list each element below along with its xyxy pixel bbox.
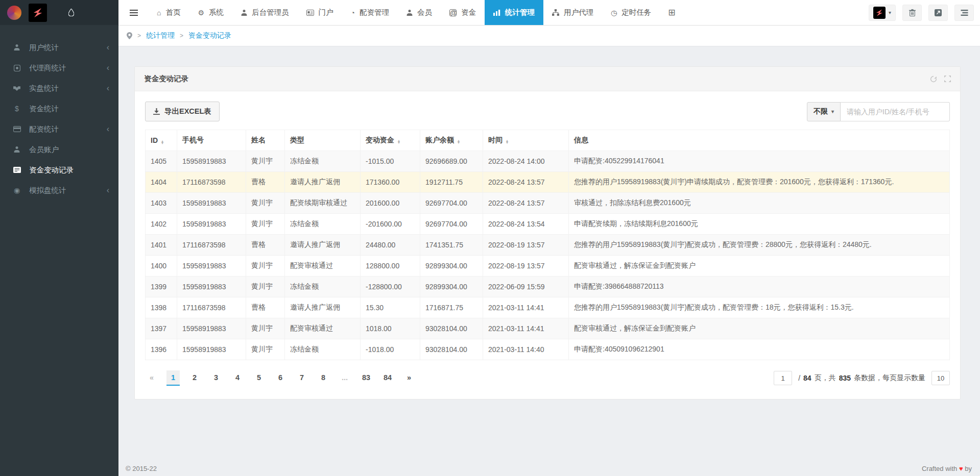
nav-item-门户[interactable]: 门户 bbox=[298, 0, 342, 25]
nav-item-后台管理员[interactable]: 后台管理员 bbox=[232, 0, 298, 25]
cell-id: 1398 bbox=[146, 297, 177, 318]
sidebar-item-模拟盘统计[interactable]: ◉模拟盘统计‹ bbox=[0, 180, 118, 201]
page-button-«: « bbox=[145, 370, 158, 386]
page-button-84[interactable]: 84 bbox=[381, 370, 394, 386]
cell-phone: 17116873598 bbox=[177, 297, 246, 318]
cell-balance: 1912711.75 bbox=[420, 172, 483, 193]
crafted-text: Crafted with bbox=[922, 465, 957, 472]
user-avatar-menu-button[interactable]: ▾ bbox=[869, 5, 896, 21]
cell-balance: 92899304.00 bbox=[420, 256, 483, 277]
sidebar-item-用户统计[interactable]: 用户统计‹ bbox=[0, 37, 118, 58]
nav-item-首页[interactable]: ⌂首页 bbox=[148, 0, 189, 25]
records-icon bbox=[11, 167, 22, 173]
nav-item-配资管理[interactable]: ◔配资管理 bbox=[342, 0, 398, 25]
brand-logo[interactable] bbox=[0, 0, 118, 25]
sidebar-item-代理商统计[interactable]: 代理商统计‹ bbox=[0, 58, 118, 78]
bar-chart-icon bbox=[493, 10, 500, 16]
page-button-1[interactable]: 1 bbox=[166, 370, 180, 386]
location-pin-icon[interactable] bbox=[127, 32, 132, 39]
members-icon bbox=[407, 10, 413, 16]
nav-item-统计管理[interactable]: 统计管理 bbox=[485, 0, 543, 25]
page-button-6[interactable]: 6 bbox=[274, 370, 287, 386]
filter-dropdown-button[interactable]: 不限 ▾ bbox=[807, 102, 841, 121]
cell-info: 您推荐的用户15958919883(黄川宇)配资成功，配资管理费：18元，您获得… bbox=[569, 297, 950, 318]
breadcrumb-link-stats[interactable]: 统计管理 bbox=[146, 31, 175, 40]
export-excel-button[interactable]: 导出EXCEL表 bbox=[145, 102, 220, 121]
cell-time: 2022-08-24 13:54 bbox=[483, 214, 569, 235]
page-button-83[interactable]: 83 bbox=[360, 370, 373, 386]
trash-button[interactable] bbox=[902, 5, 922, 21]
sidebar-item-label: 模拟盘统计 bbox=[29, 186, 66, 195]
sort-icon[interactable]: ▴▾ bbox=[398, 140, 400, 144]
breadcrumb-link-records[interactable]: 资金变动记录 bbox=[188, 31, 231, 40]
total-pages: 84 bbox=[803, 374, 811, 382]
sidebar-item-会员账户[interactable]: 会员账户 bbox=[0, 139, 118, 160]
column-label: 类型 bbox=[290, 136, 304, 144]
nav-item-label: 用户代理 bbox=[564, 8, 593, 17]
sidebar-item-label: 配资统计 bbox=[29, 124, 59, 134]
cell-balance: 92697704.00 bbox=[420, 193, 483, 214]
nav-item-用户代理[interactable]: 用户代理 bbox=[543, 0, 602, 25]
records-label: 条数据，每页显示数量 bbox=[854, 373, 925, 383]
column-header-账户余额[interactable]: 账户余额▴▾ bbox=[420, 130, 483, 151]
page-button-8[interactable]: 8 bbox=[317, 370, 330, 386]
pagination-info: / 84 页，共 835 条数据，每页显示数量 bbox=[774, 371, 950, 385]
app-root: 用户统计‹代理商统计‹实盘统计‹$资金统计配资统计‹会员账户资金变动记录◉模拟盘… bbox=[0, 0, 980, 476]
page-size-input[interactable] bbox=[931, 371, 950, 385]
sidebar-item-资金变动记录[interactable]: 资金变动记录 bbox=[0, 160, 118, 180]
panel-body: 导出EXCEL表 不限 ▾ ID▴▾手机号姓名 bbox=[135, 91, 960, 399]
sidebar-item-label: 代理商统计 bbox=[29, 63, 66, 73]
cell-name: 黄川宇 bbox=[246, 277, 285, 297]
nav-item-资金[interactable]: @资金 bbox=[441, 0, 485, 25]
cell-type: 邀请人推广返佣 bbox=[285, 297, 361, 318]
page-button-7[interactable]: 7 bbox=[295, 370, 308, 386]
nav-item-系统[interactable]: ⚙系统 bbox=[189, 0, 232, 25]
list-menu-button[interactable] bbox=[954, 5, 974, 21]
page-button-3[interactable]: 3 bbox=[209, 370, 223, 386]
external-link-button[interactable] bbox=[928, 5, 948, 21]
sidebar-item-实盘统计[interactable]: 实盘统计‹ bbox=[0, 78, 118, 98]
sort-icon[interactable]: ▴▾ bbox=[506, 140, 508, 144]
cell-balance: 92697704.00 bbox=[420, 214, 483, 235]
member-icon bbox=[11, 146, 22, 153]
sidebar-item-配资统计[interactable]: 配资统计‹ bbox=[0, 119, 118, 139]
dollar-icon: $ bbox=[11, 105, 22, 113]
cell-time: 2022-06-09 15:59 bbox=[483, 277, 569, 297]
cell-name: 黄川宇 bbox=[246, 339, 285, 360]
panel-tools bbox=[930, 76, 951, 83]
page-button-4[interactable]: 4 bbox=[231, 370, 244, 386]
search-input[interactable] bbox=[841, 102, 950, 121]
column-label: 时间 bbox=[488, 136, 503, 144]
page-button-2[interactable]: 2 bbox=[188, 370, 201, 386]
cell-balance: 93028104.00 bbox=[420, 339, 483, 360]
cell-time: 2021-03-11 14:40 bbox=[483, 339, 569, 360]
table-row: 139817116873598曹格邀请人推广返佣15.301716871.752… bbox=[146, 297, 950, 318]
refresh-icon[interactable] bbox=[930, 76, 937, 83]
nav-item-label: 统计管理 bbox=[505, 8, 535, 17]
expand-icon[interactable] bbox=[944, 76, 951, 83]
hamburger-menu-button[interactable] bbox=[118, 0, 148, 25]
column-header-ID[interactable]: ID▴▾ bbox=[146, 130, 177, 151]
sort-icon[interactable]: ▴▾ bbox=[458, 140, 460, 144]
nav-item-label: 会员 bbox=[417, 8, 432, 17]
brand-z-logo-icon bbox=[29, 4, 47, 22]
table-header-row: ID▴▾手机号姓名类型变动资金▴▾账户余额▴▾时间▴▾信息 bbox=[146, 130, 950, 151]
cell-balance: 93028104.00 bbox=[420, 318, 483, 339]
current-page-input[interactable] bbox=[774, 371, 792, 385]
page-button-»[interactable]: » bbox=[402, 370, 416, 386]
cell-type: 冻结金额 bbox=[285, 339, 361, 360]
grid-menu-icon[interactable]: ⊞ bbox=[660, 7, 683, 18]
sort-icon[interactable]: ▴▾ bbox=[161, 140, 163, 144]
column-header-变动资金[interactable]: 变动资金▴▾ bbox=[361, 130, 420, 151]
cell-id: 1404 bbox=[146, 172, 177, 193]
sidebar-item-资金统计[interactable]: $资金统计 bbox=[0, 98, 118, 119]
crafted-by-text: Crafted with ♥ by bbox=[922, 465, 972, 472]
cell-info: 配资审核通过，解冻保证金到配资账户 bbox=[569, 256, 950, 277]
nav-item-会员[interactable]: 会员 bbox=[398, 0, 441, 25]
cell-info: 申请配资:405229914176041 bbox=[569, 151, 950, 172]
page-button-5[interactable]: 5 bbox=[252, 370, 266, 386]
nav-item-定时任务[interactable]: ◷定时任务 bbox=[602, 0, 660, 25]
cell-balance: 1741351.75 bbox=[420, 235, 483, 256]
column-header-时间[interactable]: 时间▴▾ bbox=[483, 130, 569, 151]
pagination-row: «12345678...8384» / 84 页，共 835 条数据，每页显示数… bbox=[145, 370, 950, 386]
